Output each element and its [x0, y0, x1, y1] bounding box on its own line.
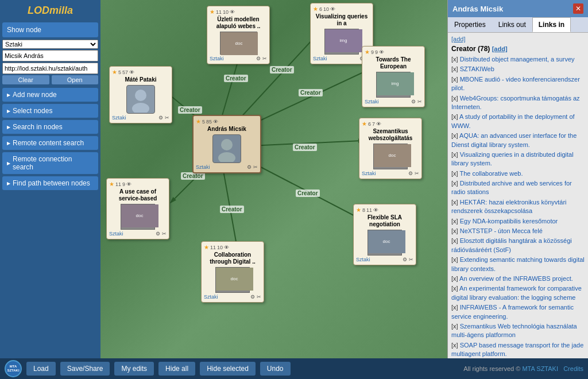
flexible-node-footer: Sztaki ⚙ ✂	[356, 257, 413, 262]
flexible-node[interactable]: ★ 8 11 👁 Flexible SLA negotiation doc Sz…	[353, 204, 416, 265]
svg-point-11	[135, 90, 146, 101]
tab-links-in[interactable]: Links in	[532, 17, 571, 32]
svg-text:doc: doc	[383, 239, 390, 244]
find-path-button[interactable]: Find path between nodes	[2, 176, 98, 190]
flexible-node-title: Flexible SLA negotiation	[356, 214, 413, 228]
mate-node-footer: Sztaki ⚙ ✂	[112, 115, 169, 121]
list-item: [x] SOAP based message transport for the…	[451, 341, 585, 359]
mate-pataki-node[interactable]: ★ 5 57 👁 Máté Pataki Sztaki ⚙ ✂	[109, 66, 172, 123]
list-item: [x] Elosztott digitális hangtárak a közö…	[451, 236, 585, 255]
link[interactable]: MBONE audió - video konferenciarendszer …	[451, 76, 580, 91]
open-button[interactable]: Open	[52, 75, 99, 84]
edge-label-vis: Creator	[270, 66, 294, 74]
edge-label-flexible: Creator	[296, 190, 320, 197]
collaboration-node-header: ★ 11 10 👁	[204, 244, 261, 250]
right-panel-title: András Micsik	[452, 5, 503, 13]
link[interactable]: Distributed archive and web services for…	[451, 180, 572, 195]
main-node-header: ★ 5 85 👁	[196, 118, 258, 125]
remote-content-search-button[interactable]: Remote content search	[2, 136, 98, 150]
node-action-buttons: Clear Open	[2, 75, 98, 84]
source-dropdown[interactable]: Sztaki	[2, 40, 98, 49]
svg-text:doc: doc	[231, 276, 238, 281]
link[interactable]: An experimental framework for comparativ…	[451, 285, 582, 300]
link[interactable]: SOAP based message transport for the jad…	[451, 342, 583, 357]
link[interactable]: A study of portability in the deployment…	[451, 113, 575, 129]
edge-label-towards: Creator	[299, 89, 323, 96]
clear-button[interactable]: Clear	[2, 75, 49, 84]
list-item: [x] An experimental framework for compar…	[451, 284, 585, 303]
list-item: [x] HEKTÁR: hazai elektronikus könyvtári…	[451, 198, 585, 216]
main-node-eye-icon[interactable]: 👁	[213, 119, 218, 125]
load-button[interactable]: Load	[26, 362, 56, 376]
main-node[interactable]: ★ 5 85 👁 András Micsik Sztaki ⚙ ✂	[192, 115, 261, 173]
uzleti-node-title: Üzleti modellen alapuló webes ..	[210, 16, 267, 30]
undo-button[interactable]: Undo	[260, 362, 291, 376]
list-item: [x] Distributed archive and web services…	[451, 179, 585, 198]
mate-node-action-icons[interactable]: ⚙ ✂	[158, 115, 169, 121]
show-node-button[interactable]: Show node	[2, 22, 98, 37]
collaboration-node-title: Collaboration through Digital ..	[204, 252, 261, 265]
main-node-footer: Sztaki ⚙ ✂	[196, 164, 258, 170]
link[interactable]: Elosztott digitális hangtárak a közösség…	[451, 237, 572, 253]
my-edits-button[interactable]: My edits	[114, 362, 154, 376]
towards-node-image: img	[376, 72, 411, 98]
flexible-node-image: doc	[368, 230, 402, 256]
link[interactable]: NeXTSTEP - úton Mecca felé	[460, 227, 543, 234]
mate-node-star: ★	[112, 69, 117, 75]
hide-selected-button[interactable]: Hide selected	[200, 362, 256, 376]
creator-add-link[interactable]: [add]	[492, 45, 508, 52]
usecase-node-footer: Sztaki ⚙ ✂	[109, 231, 167, 237]
main-node-action-icons[interactable]: ⚙ ✂	[247, 164, 258, 170]
add-new-node-button[interactable]: Add new node	[2, 88, 98, 102]
list-item: [x] INFRAWEBS - A framework for semantic…	[451, 303, 585, 322]
link[interactable]: Egy NDA-kompatibilis keresőmotor	[460, 218, 558, 225]
towards-node[interactable]: ★ 9 9 👁 Towards The European img Sztaki …	[362, 46, 425, 107]
usecase-node-title: A use case of service-based	[109, 188, 167, 202]
panel-tabs: Properties Links out Links in	[448, 17, 588, 33]
save-share-button[interactable]: Save/Share	[60, 362, 110, 376]
add-link[interactable]: [add]	[451, 36, 465, 42]
link[interactable]: Visualizing queries in a distributed dig…	[451, 151, 574, 167]
visualizing-node-image: img	[324, 29, 359, 55]
main-node-source: Sztaki	[196, 164, 210, 170]
list-item: [x] Szemantikus Web technológia használa…	[451, 322, 585, 341]
link[interactable]: AQUA: an advanced user interface for the…	[451, 132, 577, 148]
mate-node-eye-icon[interactable]: 👁	[129, 69, 134, 75]
credits-link[interactable]: Credits	[563, 365, 583, 372]
edge-label-mate: Creator	[178, 106, 202, 114]
remote-connection-search-button[interactable]: Remote connection search	[2, 152, 98, 174]
show-node-section: Sztaki Clear Open	[2, 40, 98, 86]
link[interactable]: HEKTÁR: hazai elektronikus könyvtári ren…	[451, 199, 567, 214]
hide-all-button[interactable]: Hide all	[158, 362, 195, 376]
main-node-star: ★	[196, 118, 201, 125]
visualizing-node-header: ★ 6 10 👁	[313, 6, 370, 12]
mta-sztaki-link[interactable]: MTA SZTAKI	[522, 365, 558, 372]
close-panel-button[interactable]: ✕	[573, 3, 583, 14]
link[interactable]: INFRAWEBS - A framework for semantic ser…	[451, 304, 574, 319]
collaboration-node-image: doc	[215, 267, 250, 293]
url-input[interactable]	[2, 63, 98, 74]
flexible-node-header: ★ 8 11 👁	[356, 207, 413, 213]
usecase-node-header: ★ 11 9 👁	[109, 181, 167, 187]
name-input[interactable]	[2, 50, 98, 61]
link[interactable]: Distributed object management, a survey	[460, 56, 575, 63]
link[interactable]: The collaborative web.	[459, 170, 523, 177]
creator-header: Creator (78) [add]	[451, 45, 585, 53]
search-nodes-button[interactable]: Search in nodes	[2, 120, 98, 134]
select-nodes-button[interactable]: Select nodes	[2, 104, 98, 118]
uzleti-node[interactable]: ★ 11 10 👁 Üzleti modellen alapuló webes …	[207, 6, 270, 64]
links-list: [x] Distributed object management, a sur…	[451, 55, 585, 379]
svg-text:img: img	[392, 81, 399, 86]
tab-properties[interactable]: Properties	[448, 17, 492, 32]
tab-links-out[interactable]: Links out	[492, 17, 532, 32]
main-node-title: András Micsik	[196, 126, 258, 133]
link[interactable]: Web4Groups: csoportmunka támogatás az In…	[451, 95, 580, 110]
towards-node-header: ★ 9 9 👁	[365, 49, 422, 55]
link[interactable]: Szemantikus Web technológia használata m…	[451, 323, 577, 338]
link[interactable]: Extending semantic matching towards digi…	[451, 256, 585, 272]
link[interactable]: SZTAKIWeb	[460, 65, 494, 72]
collaboration-node[interactable]: ★ 11 10 👁 Collaboration through Digital …	[201, 241, 264, 303]
link[interactable]: An overview of the INFRAWEBS project.	[459, 275, 573, 282]
usecase-node[interactable]: ★ 11 9 👁 A use case of service-based doc…	[106, 178, 169, 239]
szemantikus-node[interactable]: ★ 6 7 👁 Szemantikus webszolgáltatás doc …	[359, 118, 422, 179]
